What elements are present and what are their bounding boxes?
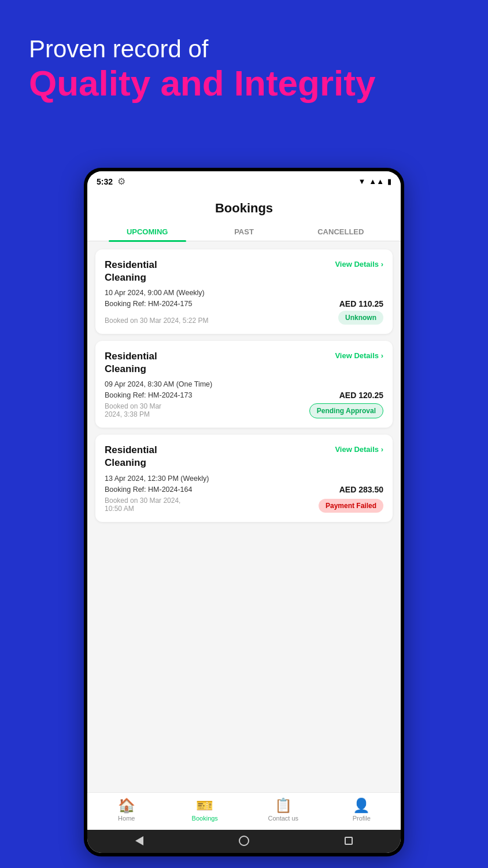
status-time: 5:32	[97, 177, 113, 186]
booking-ref-3: Booking Ref: HM-2024-164	[105, 486, 192, 494]
ref-amount-row-1: Booking Ref: HM-2024-175 AED 110.25	[105, 299, 383, 308]
card-bottom-3: Booked on 30 Mar 2024,10:50 AM Payment F…	[105, 496, 383, 513]
bookings-list: ResidentialCleaning View Details › 10 Ap…	[87, 241, 401, 792]
status-icons: ▼ ▲▲ ▮	[358, 177, 391, 186]
phone-nav-bar	[87, 830, 401, 853]
bottom-nav: 🏠 Home 🎫 Bookings 📋 Contact us 👤 Profile	[87, 792, 401, 830]
hero-section: Proven record of Quality and Integrity	[29, 35, 459, 104]
tab-past[interactable]: PAST	[195, 222, 292, 241]
tabs-bar: UPCOMING PAST CANCELLED	[87, 222, 401, 241]
bookings-icon: 🎫	[196, 799, 213, 812]
battery-icon: ▮	[387, 177, 391, 186]
booking-card-2: ResidentialCleaning View Details › 09 Ap…	[95, 341, 393, 428]
card-bottom-1: Booked on 30 Mar 2024, 5:22 PM Unknown	[105, 311, 383, 325]
amount-1: AED 110.25	[339, 299, 383, 308]
amount-3: AED 283.50	[339, 485, 383, 494]
nav-profile-label: Profile	[353, 815, 371, 822]
ref-amount-row-3: Booking Ref: HM-2024-164 AED 283.50	[105, 485, 383, 494]
back-icon	[135, 836, 143, 845]
ref-amount-row-2: Booking Ref: HM-2024-173 AED 120.25	[105, 391, 383, 400]
service-name-2: ResidentialCleaning	[105, 350, 157, 376]
status-badge-2: Pending Approval	[309, 403, 383, 418]
back-button[interactable]	[133, 834, 146, 847]
profile-icon: 👤	[353, 799, 370, 812]
datetime-1: 10 Apr 2024, 9:00 AM (Weekly)	[105, 289, 383, 297]
page-title: Bookings	[87, 190, 401, 222]
view-details-3[interactable]: View Details ›	[335, 445, 383, 454]
card-top-3: ResidentialCleaning View Details ›	[105, 444, 383, 469]
app-content: Bookings UPCOMING PAST CANCELLED Residen…	[87, 190, 401, 830]
tab-upcoming[interactable]: UPCOMING	[99, 222, 195, 241]
card-top-2: ResidentialCleaning View Details ›	[105, 350, 383, 376]
status-badge-1: Unknown	[338, 311, 383, 325]
wifi-icon: ▼	[358, 177, 365, 186]
recents-button[interactable]	[342, 834, 355, 847]
service-name-3: ResidentialCleaning	[105, 444, 157, 469]
recents-icon	[345, 837, 353, 845]
amount-2: AED 120.25	[339, 391, 383, 400]
datetime-3: 13 Apr 2024, 12:30 PM (Weekly)	[105, 475, 383, 483]
booking-card-1: ResidentialCleaning View Details › 10 Ap…	[95, 249, 393, 334]
nav-home[interactable]: 🏠 Home	[87, 793, 166, 830]
view-details-1[interactable]: View Details ›	[335, 260, 383, 269]
home-circle-icon	[239, 836, 249, 846]
home-button[interactable]	[238, 834, 250, 847]
booking-card-3: ResidentialCleaning View Details › 13 Ap…	[95, 435, 393, 521]
nav-home-label: Home	[118, 815, 135, 822]
hero-quality-text: Quality and Integrity	[29, 64, 459, 103]
status-bar: 5:32 ⚙ ▼ ▲▲ ▮	[87, 171, 401, 190]
nav-bookings[interactable]: 🎫 Bookings	[166, 793, 245, 830]
home-icon: 🏠	[118, 799, 135, 812]
booking-ref-1: Booking Ref: HM-2024-175	[105, 300, 192, 308]
datetime-2: 09 Apr 2024, 8:30 AM (One Time)	[105, 380, 383, 388]
phone-mockup: 5:32 ⚙ ▼ ▲▲ ▮ Bookings UPCOMING PAST CAN…	[84, 168, 404, 856]
booked-on-1: Booked on 30 Mar 2024, 5:22 PM	[105, 317, 208, 325]
nav-contact-label: Contact us	[268, 815, 298, 822]
card-top-1: ResidentialCleaning View Details ›	[105, 259, 383, 284]
nav-bookings-label: Bookings	[192, 815, 218, 822]
contact-icon: 📋	[275, 799, 292, 812]
signal-icon: ▲▲	[369, 177, 384, 186]
nav-contact[interactable]: 📋 Contact us	[244, 793, 323, 830]
status-badge-3: Payment Failed	[319, 499, 383, 513]
booked-on-2: Booked on 30 Mar2024, 3:38 PM	[105, 402, 161, 418]
tab-cancelled[interactable]: CANCELLED	[293, 222, 389, 241]
view-details-2[interactable]: View Details ›	[335, 351, 383, 360]
booking-ref-2: Booking Ref: HM-2024-173	[105, 391, 192, 399]
nav-profile[interactable]: 👤 Profile	[323, 793, 401, 830]
service-name-1: ResidentialCleaning	[105, 259, 157, 284]
settings-icon: ⚙	[117, 176, 125, 187]
hero-proven-text: Proven record of	[29, 35, 459, 64]
booked-on-3: Booked on 30 Mar 2024,10:50 AM	[105, 496, 180, 513]
phone-screen: 5:32 ⚙ ▼ ▲▲ ▮ Bookings UPCOMING PAST CAN…	[87, 171, 401, 853]
card-bottom-2: Booked on 30 Mar2024, 3:38 PM Pending Ap…	[105, 402, 383, 418]
